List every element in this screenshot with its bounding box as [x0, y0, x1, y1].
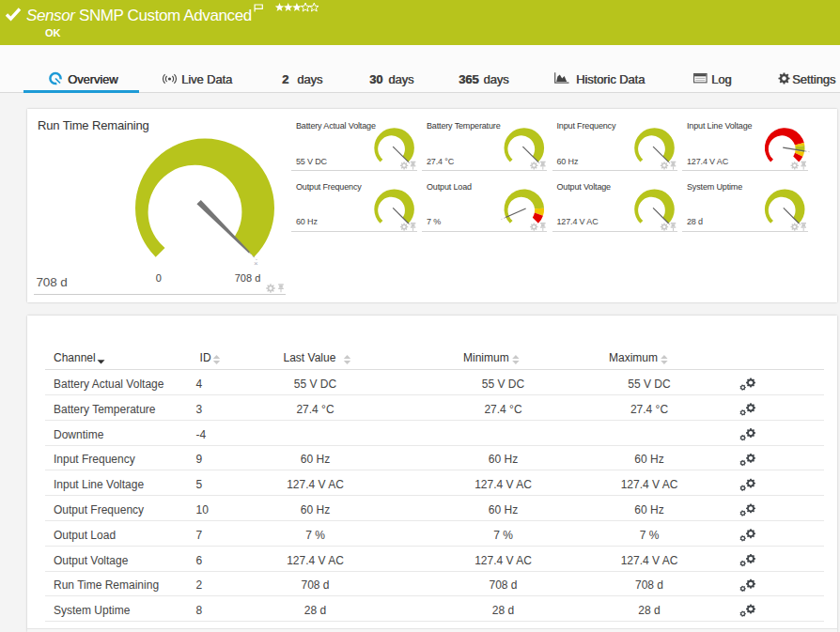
svg-text:×: ×	[254, 258, 258, 267]
